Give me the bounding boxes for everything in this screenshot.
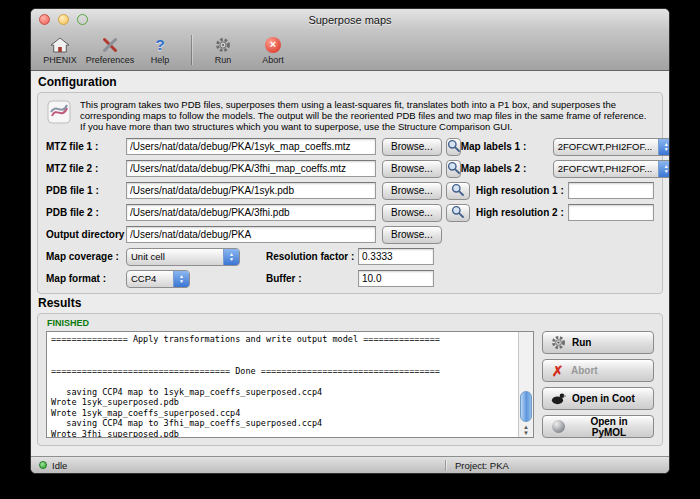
high-resolution-1-input[interactable] (568, 182, 654, 199)
map-coverage-row: Map coverage : Unit cell ▲▼ Resolution f… (46, 247, 654, 266)
mtz-file-2-row: MTZ file 2 : Browse... Map labels 2 : 2F… (46, 159, 654, 178)
pdb-file-2-inspect-button[interactable] (446, 204, 470, 222)
close-button[interactable] (39, 14, 50, 25)
log-output[interactable]: =============== Apply transformations an… (47, 332, 518, 437)
mtz-file-1-label: MTZ file 1 : (46, 141, 126, 152)
map-labels-1-select[interactable]: 2FOFCWT,PHI2FOF... ▲▼ (553, 138, 670, 156)
help-button[interactable]: ? Help (135, 31, 185, 69)
pdb-file-1-inspect-button[interactable] (446, 182, 470, 200)
program-description: This program takes two PDB files, superp… (80, 99, 654, 132)
buffer-label: Buffer : (266, 273, 346, 284)
pdb-file-1-label: PDB file 1 : (46, 185, 126, 196)
abort-icon: × (265, 36, 281, 54)
coot-icon (550, 392, 566, 405)
map-labels-2-label: Map labels 2 : (461, 163, 553, 174)
magnifier-icon (447, 161, 460, 176)
window-title: Superpose maps (31, 14, 669, 26)
output-directory-browse-button[interactable]: Browse... (382, 226, 442, 244)
statusbar: Idle Project: PKA (31, 456, 669, 473)
mtz-file-2-browse-button[interactable]: Browse... (382, 160, 442, 178)
run-button-label: Run (572, 337, 591, 348)
mtz-file-1-input[interactable] (126, 138, 376, 155)
mtz-file-1-row: MTZ file 1 : Browse... Map labels 1 : 2F… (46, 137, 654, 156)
toolbar-item-label: PHENIX (43, 55, 77, 65)
resolution-factor-input[interactable] (358, 248, 434, 265)
scrollbar-thumb[interactable] (520, 391, 532, 422)
magnifier-icon (447, 139, 460, 154)
toolbar-abort-button[interactable]: × Abort (248, 31, 298, 69)
pdb-file-1-row: PDB file 1 : Browse... High resolution 1… (46, 181, 654, 200)
map-format-select[interactable]: CCP4 ▲▼ (126, 270, 190, 288)
pdb-file-2-browse-button[interactable]: Browse... (382, 204, 442, 222)
results-panel: FINISHED =============== Apply transform… (37, 313, 663, 446)
pymol-icon (550, 420, 566, 433)
output-directory-row: Output directory : Browse... (46, 225, 654, 244)
toolbar-run-button[interactable]: Run (198, 31, 248, 69)
minimize-button[interactable] (58, 14, 69, 25)
status-badge: FINISHED (47, 318, 654, 328)
toolbar-item-label: Help (151, 55, 170, 65)
mtz-file-2-inspect-button[interactable] (446, 160, 461, 178)
titlebar[interactable]: Superpose maps (31, 9, 669, 30)
popup-arrows-icon: ▲▼ (658, 161, 670, 177)
abort-button-label: Abort (571, 365, 598, 376)
map-coverage-select[interactable]: Unit cell ▲▼ (126, 248, 240, 266)
magnifier-icon (451, 205, 464, 220)
statusbar-separator (445, 460, 446, 471)
scrollbar-arrows-icon[interactable]: ▲▼ (519, 424, 533, 436)
log-output-container: =============== Apply transformations an… (46, 331, 534, 438)
app-window: Superpose maps PHENIX Preferences ? Help… (30, 8, 670, 474)
abort-button[interactable]: ✗ Abort (542, 359, 654, 382)
mtz-file-2-input[interactable] (126, 160, 376, 177)
popup-arrows-icon: ▲▼ (223, 249, 239, 265)
results-section-title: Results (38, 296, 662, 310)
open-in-coot-button[interactable]: Open in Coot (542, 387, 654, 410)
results-scrollbar[interactable]: ▲▼ (518, 332, 533, 437)
map-coverage-label: Map coverage : (46, 251, 126, 262)
tools-icon (101, 36, 119, 54)
resolution-factor-label: Resolution factor : (266, 251, 346, 262)
main-content: Configuration This program takes two PDB… (31, 71, 669, 446)
mtz-file-1-inspect-button[interactable] (446, 138, 461, 156)
gear-icon (215, 36, 231, 54)
toolbar-separator (191, 35, 192, 65)
zoom-button[interactable] (77, 14, 88, 25)
status-text: Idle (52, 460, 67, 471)
gear-icon (550, 335, 566, 350)
toolbar-item-label: Abort (262, 55, 284, 65)
popup-arrows-icon: ▲▼ (173, 271, 189, 287)
program-icon (46, 99, 72, 132)
map-format-row: Map format : CCP4 ▲▼ Buffer : (46, 269, 654, 288)
high-resolution-1-label: High resolution 1 : (476, 185, 568, 196)
toolbar: PHENIX Preferences ? Help Run × Abort (31, 30, 669, 71)
magnifier-icon (451, 183, 464, 198)
map-labels-1-label: Map labels 1 : (461, 141, 553, 152)
pdb-file-1-input[interactable] (126, 182, 376, 199)
configuration-section-title: Configuration (38, 75, 662, 89)
open-in-pymol-button[interactable]: Open in PyMOL (542, 415, 654, 438)
map-format-label: Map format : (46, 273, 126, 284)
pdb-file-1-browse-button[interactable]: Browse... (382, 182, 442, 200)
phenix-button[interactable]: PHENIX (35, 31, 85, 69)
output-directory-label: Output directory : (46, 229, 126, 240)
pdb-file-2-row: PDB file 2 : Browse... High resolution 2… (46, 203, 654, 222)
toolbar-item-label: Run (215, 55, 232, 65)
project-label: Project: PKA (455, 460, 509, 471)
open-in-coot-button-label: Open in Coot (572, 393, 635, 404)
output-directory-input[interactable] (126, 226, 376, 243)
window-controls (39, 14, 88, 25)
mtz-file-1-browse-button[interactable]: Browse... (382, 138, 442, 156)
preferences-button[interactable]: Preferences (85, 31, 135, 69)
pdb-file-2-input[interactable] (126, 204, 376, 221)
home-icon (50, 36, 70, 54)
abort-icon: ✗ (550, 363, 565, 378)
run-button[interactable]: Run (542, 331, 654, 354)
high-resolution-2-label: High resolution 2 : (476, 207, 568, 218)
status-indicator-icon (39, 461, 47, 469)
toolbar-item-label: Preferences (86, 55, 135, 65)
high-resolution-2-input[interactable] (568, 204, 654, 221)
buffer-input[interactable] (358, 270, 434, 287)
map-labels-2-select[interactable]: 2FOFCWT,PHI2FOF... ▲▼ (553, 160, 670, 178)
program-description-row: This program takes two PDB files, superp… (46, 99, 654, 132)
action-buttons: Run ✗ Abort Open in Coot Open in (542, 331, 654, 438)
